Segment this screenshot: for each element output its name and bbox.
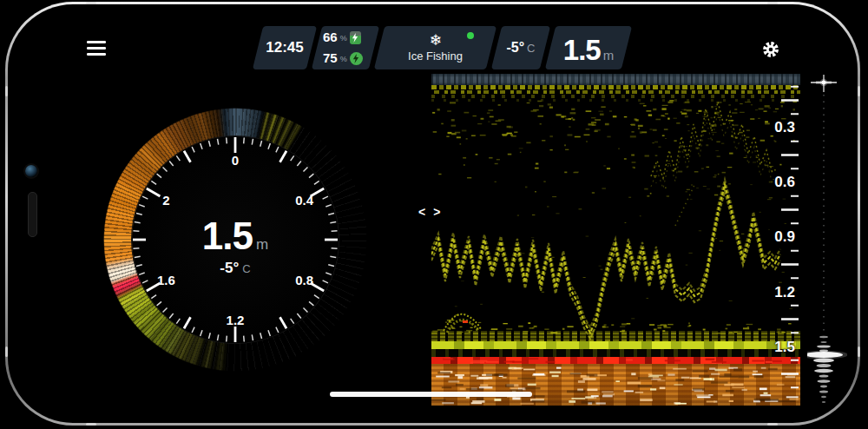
battery-charging-icon bbox=[350, 31, 361, 44]
menu-button[interactable] bbox=[87, 41, 106, 56]
battery-percent: 66 bbox=[323, 29, 338, 46]
flasher-depth-unit: m bbox=[256, 236, 268, 254]
flasher-temp-unit: C bbox=[242, 262, 250, 275]
battery-unit: % bbox=[340, 50, 347, 68]
antenna-band-notch bbox=[86, 423, 96, 426]
antenna-band-notch bbox=[5, 346, 8, 357]
depth-ruler-label: 0.9 bbox=[774, 228, 795, 246]
snowflake-icon: ❄ bbox=[429, 33, 441, 49]
battery-charging-round-icon bbox=[350, 52, 363, 65]
status-bar: 12:45 66 % 75 % bbox=[258, 26, 627, 69]
flasher-readout: 1.5 m -5° C bbox=[96, 101, 374, 379]
sonar-history-view[interactable]: 0.30.60.91.21.5 bbox=[431, 74, 800, 406]
app-root: 12:45 66 % 75 % bbox=[0, 0, 868, 429]
mode-label: Ice Fishing bbox=[408, 50, 463, 63]
antenna-band-notch bbox=[858, 346, 860, 357]
history-nav: < > bbox=[418, 205, 440, 219]
antenna-band-notch bbox=[767, 2, 778, 4]
depth-unit: m bbox=[603, 48, 615, 63]
depth-display: 1.5 m bbox=[550, 26, 627, 69]
earpiece-speaker bbox=[28, 192, 37, 237]
antenna-band-notch bbox=[5, 86, 8, 96]
mode-selector[interactable]: ❄ Ice Fishing bbox=[379, 26, 491, 69]
connection-status-dot bbox=[467, 32, 474, 39]
flasher-temp-value: -5° bbox=[220, 260, 239, 277]
antenna-band-notch bbox=[767, 423, 778, 426]
depth-ruler-label: 0.3 bbox=[774, 119, 795, 136]
history-next-button[interactable]: > bbox=[433, 205, 440, 219]
depth-ruler-ticks bbox=[431, 74, 800, 406]
depth-ruler-label: 1.2 bbox=[774, 284, 795, 301]
battery-percent: 75 bbox=[323, 50, 338, 67]
temperature-value: -5° bbox=[506, 40, 524, 56]
battery-unit: % bbox=[340, 30, 347, 47]
depth-ruler-label: 1.5 bbox=[774, 339, 795, 356]
a-scope-strip bbox=[807, 74, 847, 408]
antenna-band-notch bbox=[86, 2, 96, 4]
antenna-band-notch bbox=[858, 86, 860, 96]
time-display: 12:45 bbox=[258, 26, 312, 69]
battery-row-device: 66 % bbox=[323, 28, 374, 47]
depth-value: 1.5 bbox=[563, 34, 601, 67]
settings-button[interactable] bbox=[760, 39, 781, 60]
time-label: 12:45 bbox=[258, 26, 312, 69]
flasher-depth-value: 1.5 bbox=[202, 214, 253, 258]
flasher-dial: 00.40.81.21.62 1.5 m -5° C bbox=[96, 101, 374, 379]
temperature-unit: C bbox=[527, 42, 535, 55]
front-camera bbox=[25, 165, 37, 177]
battery-status: 66 % 75 % bbox=[317, 26, 374, 69]
battery-row-sonar: 75 % bbox=[323, 49, 374, 68]
temperature-display: -5° C bbox=[496, 26, 545, 69]
history-prev-button[interactable]: < bbox=[418, 205, 425, 219]
bottom-echo-blob bbox=[807, 336, 847, 403]
gear-icon bbox=[760, 39, 781, 60]
depth-ruler-label: 0.6 bbox=[774, 174, 795, 191]
